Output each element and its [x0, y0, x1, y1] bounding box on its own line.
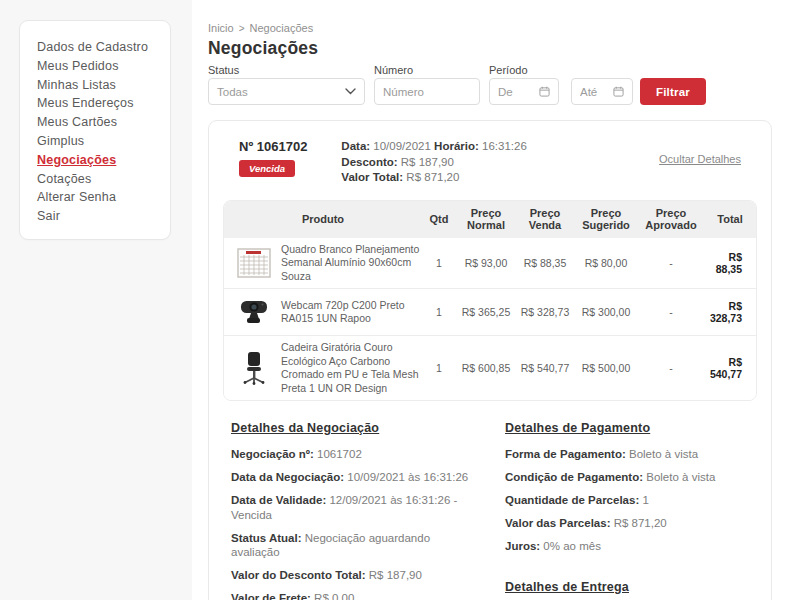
sidebar-item-meus-cartoes[interactable]: Meus Cartões — [37, 113, 170, 132]
detail-row: Negociação nº: 1061702 — [231, 447, 481, 462]
breadcrumb-current: Negociações — [250, 22, 314, 34]
sidebar-item-gimplus[interactable]: Gimplus — [37, 132, 170, 151]
date-from-input[interactable] — [498, 86, 536, 98]
preco-sugerido-value: R$ 300,00 — [574, 306, 638, 318]
sidebar-item-cotacoes[interactable]: Cotações — [37, 170, 170, 189]
preco-normal-value: R$ 93,00 — [456, 257, 516, 269]
sidebar-item-sair[interactable]: Sair — [37, 207, 170, 226]
detail-row: Status Atual: Negociação aguardando aval… — [231, 531, 481, 560]
qtd-value: 1 — [422, 362, 456, 374]
detalhes-negociacao-title: Detalhes da Negociação — [231, 421, 481, 435]
total-value: R$ 540,77 — [704, 356, 756, 380]
col-preco-normal: Preço Normal — [456, 203, 516, 235]
detail-row: Juros: 0% ao mês — [505, 539, 755, 554]
sidebar-item-dados-de-cadastro[interactable]: Dados de Cadastro — [37, 38, 170, 57]
detalhes-entrega-title: Detalhes de Entrega — [505, 580, 755, 594]
webcam-thumbnail — [236, 294, 272, 330]
sidebar-item-meus-pedidos[interactable]: Meus Pedidos — [37, 57, 170, 76]
product-name: Webcam 720p C200 Preto RA015 1UN Rapoo — [281, 299, 422, 326]
preco-venda-value: R$ 88,35 — [516, 257, 574, 269]
detail-row: Forma de Pagamento: Boleto à vista — [505, 447, 755, 462]
breadcrumb-separator: > — [239, 23, 245, 34]
negotiation-number: Nº 1061702 — [239, 139, 307, 154]
horario-value: 16:31:26 — [482, 140, 527, 152]
preco-venda-value: R$ 540,77 — [516, 362, 574, 374]
status-badge: Vencida — [239, 160, 295, 177]
negotiation-card: Nº 1061702 Vencida Data: 10/09/2021 Horá… — [208, 120, 772, 600]
sidebar-item-negociacoes[interactable]: Negociações — [37, 151, 170, 170]
preco-sugerido-value: R$ 500,00 — [574, 362, 638, 374]
chevron-down-icon — [345, 88, 356, 95]
table-row: Cadeira Giratória Couro Ecológico Aço Ca… — [224, 335, 756, 400]
horario-label: Horário: — [434, 140, 479, 152]
detail-row: Valor das Parcelas: R$ 871,20 — [505, 516, 755, 531]
page-title: Negociações — [208, 38, 318, 59]
qtd-value: 1 — [422, 257, 456, 269]
preco-normal-value: R$ 600,85 — [456, 362, 516, 374]
col-preco-aprovado: Preço Aprovado — [638, 203, 704, 235]
detail-row: Data da Negociação: 10/09/2021 às 16:31:… — [231, 470, 481, 485]
detalhes-pagamento-title: Detalhes de Pagamento — [505, 421, 755, 435]
breadcrumb-home-link[interactable]: Inicio — [208, 22, 234, 34]
preco-normal-value: R$ 365,25 — [456, 306, 516, 318]
col-preco-venda: Preço Venda — [516, 203, 574, 235]
negotiation-id-block: Nº 1061702 Vencida — [239, 139, 307, 177]
sidebar-item-minhas-listas[interactable]: Minhas Listas — [37, 76, 170, 95]
chair-thumbnail — [236, 350, 272, 386]
status-select-value: Todas — [217, 86, 248, 98]
preco-venda-value: R$ 328,73 — [516, 306, 574, 318]
numero-filter-label: Número — [374, 64, 413, 76]
valor-total-value: R$ 871,20 — [406, 171, 459, 183]
date-to-input[interactable] — [580, 86, 610, 98]
data-label: Data: — [341, 140, 370, 152]
filtrar-button[interactable]: Filtrar — [640, 78, 706, 105]
negotiation-meta: Data: 10/09/2021 Horário: 16:31:26 Desco… — [341, 139, 526, 186]
negotiation-header: Nº 1061702 Vencida Data: 10/09/2021 Horá… — [223, 137, 757, 200]
col-total: Total — [704, 209, 756, 229]
numero-input[interactable] — [383, 86, 471, 98]
date-from-wrap — [489, 78, 559, 105]
status-filter-label: Status — [208, 64, 239, 76]
desconto-value: R$ 187,90 — [401, 156, 454, 168]
sidebar-item-meus-enderecos[interactable]: Meus Endereços — [37, 94, 170, 113]
table-row: Quadro Branco Planejamento Semanal Alumí… — [224, 238, 756, 289]
numero-field-wrap — [374, 78, 480, 105]
detail-row: Valor do Desconto Total: R$ 187,90 — [231, 568, 481, 583]
calendar-icon — [539, 86, 550, 97]
total-value: R$ 328,73 — [704, 300, 756, 324]
date-to-wrap — [571, 78, 633, 105]
preco-aprovado-value: - — [638, 257, 704, 269]
breadcrumb: Inicio>Negociações — [208, 22, 313, 34]
products-table-header: Produto Qtd Preço Normal Preço Venda Pre… — [224, 201, 756, 238]
table-row: Webcam 720p C200 Preto RA015 1UN Rapoo 1… — [224, 288, 756, 335]
preco-aprovado-value: - — [638, 362, 704, 374]
ocultar-detalhes-link[interactable]: Ocultar Detalhes — [659, 153, 741, 165]
qtd-value: 1 — [422, 306, 456, 318]
product-name: Cadeira Giratória Couro Ecológico Aço Ca… — [281, 341, 422, 395]
preco-sugerido-value: R$ 80,00 — [574, 257, 638, 269]
detail-row: Quantidade de Parcelas: 1 — [505, 493, 755, 508]
details-section: Detalhes da Negociação Negociação nº: 10… — [223, 421, 757, 600]
col-produto: Produto — [224, 209, 422, 229]
detail-row: Condição de Pagamento: Boleto à vista — [505, 470, 755, 485]
data-value: 10/09/2021 — [373, 140, 431, 152]
detail-row: Valor de Frete: R$ 0,00 — [231, 591, 481, 600]
col-qtd: Qtd — [422, 209, 456, 229]
calendar-icon — [613, 86, 624, 97]
detalhes-pagamento-entrega-column: Detalhes de Pagamento Forma de Pagamento… — [505, 421, 755, 600]
valor-total-label: Valor Total: — [341, 171, 403, 183]
detalhes-negociacao-section: Detalhes da Negociação Negociação nº: 10… — [231, 421, 481, 600]
product-name: Quadro Branco Planejamento Semanal Alumí… — [281, 243, 422, 284]
account-sidebar: Dados de Cadastro Meus Pedidos Minhas Li… — [19, 20, 171, 240]
products-table: Produto Qtd Preço Normal Preço Venda Pre… — [223, 200, 757, 402]
desconto-label: Desconto: — [341, 156, 397, 168]
preco-aprovado-value: - — [638, 306, 704, 318]
detail-row: Data de Validade: 12/09/2021 às 16:31:26… — [231, 493, 481, 522]
total-value: R$ 88,35 — [704, 251, 756, 275]
sidebar-item-alterar-senha[interactable]: Alterar Senha — [37, 188, 170, 207]
whiteboard-thumbnail — [236, 245, 272, 281]
periodo-filter-label: Período — [489, 64, 528, 76]
col-preco-sugerido: Preço Sugerido — [574, 203, 638, 235]
status-select[interactable]: Todas — [208, 78, 365, 105]
